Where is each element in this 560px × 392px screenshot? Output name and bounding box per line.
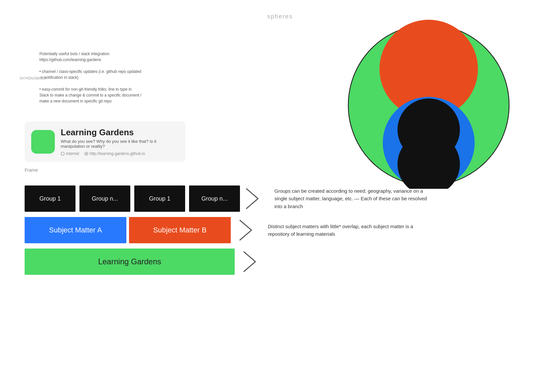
- svg-point-0: [61, 152, 64, 155]
- lg-card-title: Learning Gardens: [61, 127, 179, 138]
- group-box-2: Group n...: [79, 185, 130, 212]
- subjects-row: Subject Matter A Subject Matter B Distin…: [25, 217, 517, 243]
- lg-chevron-icon: [241, 250, 259, 273]
- svg-point-2: [86, 153, 87, 154]
- lg-row: Learning Gardens: [25, 249, 517, 275]
- lg-card-meta: internet http://learning-gardens.github.…: [61, 151, 179, 156]
- subject-a-box: Subject Matter A: [25, 217, 126, 243]
- spheres-label: spheres: [267, 13, 293, 20]
- groups-annotation: Groups can be created according to need;…: [274, 187, 432, 210]
- subjects-chevron-icon: [237, 219, 255, 242]
- left-notes: Potentially useful bots / slack integrat…: [39, 51, 158, 104]
- lg-card-content: Learning Gardens What do you see? Why do…: [61, 127, 179, 156]
- groups-row: Group 1 Group n... Group 1 Group n... Gr…: [25, 185, 517, 212]
- group-box-4: Group n...: [189, 185, 240, 212]
- sphere-svg: [347, 18, 511, 189]
- subjects-annotation: Distinct subject matters with little* ov…: [268, 223, 425, 238]
- lg-box: Learning Gardens: [25, 249, 235, 275]
- commit-id: 547459e38e3d3: [20, 76, 46, 81]
- groups-boxes: Group 1 Group n... Group 1 Group n...: [25, 185, 240, 212]
- lg-card-internet: internet: [61, 151, 79, 156]
- subject-b-box: Subject Matter B: [129, 217, 231, 243]
- group-box-1: Group 1: [25, 185, 75, 212]
- lg-card-url: http://learning-gardens.github.io: [84, 151, 145, 156]
- note-line1: Potentially useful bots / slack integrat…: [39, 51, 158, 57]
- lg-card: Learning Gardens What do you see? Why do…: [25, 121, 185, 162]
- note-bullet2b: Slack to make a change & commit to a spe…: [39, 92, 158, 98]
- lg-card-icon: [31, 130, 55, 154]
- sphere-diagram: [347, 18, 511, 189]
- note-line2: https://github.com/learning-gardens: [39, 57, 158, 63]
- note-bullet1b: -> notification in slack): [39, 75, 158, 80]
- group-box-3: Group 1: [134, 185, 185, 212]
- note-bullet1: • channel / class-specific updates (i.e.…: [39, 69, 158, 75]
- note-bullet2: • easy-commit for non-git-friendly folks…: [39, 86, 158, 92]
- bottom-diagram: Group 1 Group n... Group 1 Group n... Gr…: [25, 185, 517, 275]
- groups-chevron-icon: [243, 187, 261, 210]
- lg-card-subtitle: What do you see? Why do you see it like …: [61, 139, 179, 149]
- frame-label: Frame: [25, 167, 38, 173]
- note-bullet2c: make a new document in specific git repo: [39, 98, 158, 104]
